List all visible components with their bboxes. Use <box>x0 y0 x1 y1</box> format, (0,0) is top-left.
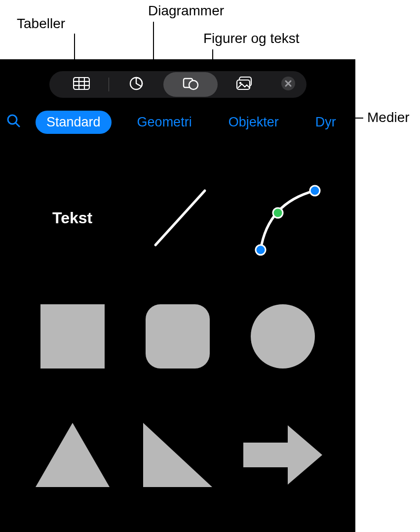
media-button[interactable] <box>218 72 272 97</box>
svg-rect-21 <box>146 304 210 368</box>
svg-marker-23 <box>36 423 110 487</box>
shape-triangle[interactable] <box>26 408 119 502</box>
shapes-icon <box>182 76 199 93</box>
shape-text-label: Tekst <box>52 209 92 227</box>
image-icon <box>236 76 254 93</box>
shape-line[interactable] <box>131 171 225 265</box>
shape-category-tabs: Standard Geometri Objekter Dyr Na <box>0 98 355 139</box>
shape-rounded-square[interactable] <box>131 289 225 383</box>
tables-button[interactable] <box>54 72 109 97</box>
svg-line-15 <box>16 123 19 126</box>
shapes-text-button[interactable] <box>163 72 218 97</box>
tab-geometri[interactable]: Geometri <box>126 111 203 134</box>
svg-point-17 <box>256 245 266 255</box>
charts-button[interactable] <box>109 72 163 97</box>
circle-icon <box>251 304 315 368</box>
shape-curve[interactable] <box>236 171 330 265</box>
close-icon <box>280 76 296 93</box>
square-icon <box>40 304 105 368</box>
callout-tables: Tabeller <box>17 16 65 32</box>
rounded-square-icon <box>146 304 210 368</box>
tab-standard[interactable]: Standard <box>36 111 112 134</box>
svg-point-22 <box>251 304 315 368</box>
callout-media: Medier <box>367 110 410 125</box>
search-icon <box>6 113 21 131</box>
pie-chart-icon <box>129 76 144 93</box>
shape-text[interactable]: Tekst <box>26 171 119 265</box>
triangle-icon <box>36 423 110 487</box>
shape-circle[interactable] <box>236 289 330 383</box>
search-button[interactable] <box>6 113 21 132</box>
svg-marker-24 <box>143 423 212 487</box>
close-button[interactable] <box>275 71 302 98</box>
curve-icon <box>241 176 325 260</box>
svg-point-10 <box>239 82 241 84</box>
shape-arrow-right[interactable] <box>236 408 330 502</box>
insert-toolbar-segment <box>49 71 306 98</box>
shape-right-triangle[interactable] <box>131 408 225 502</box>
svg-rect-0 <box>74 78 89 89</box>
tab-objekter[interactable]: Objekter <box>218 111 290 134</box>
insert-toolbar <box>0 59 355 98</box>
line-icon <box>141 181 215 255</box>
svg-rect-20 <box>40 304 105 368</box>
svg-line-16 <box>155 191 205 245</box>
insert-panel: Standard Geometri Objekter Dyr Na Tekst <box>0 59 355 532</box>
shapes-grid: Tekst <box>0 139 355 509</box>
callout-shapes-text: Figurer og tekst <box>203 31 300 46</box>
arrow-right-icon <box>243 423 322 487</box>
table-icon <box>73 77 90 92</box>
svg-point-18 <box>310 186 320 196</box>
svg-point-19 <box>273 208 283 218</box>
callout-charts: Diagrammer <box>148 3 224 19</box>
svg-point-7 <box>189 81 198 89</box>
svg-marker-25 <box>243 425 322 485</box>
right-triangle-icon <box>143 423 212 487</box>
shape-square[interactable] <box>26 289 119 383</box>
tab-dyr[interactable]: Dyr <box>305 111 347 134</box>
